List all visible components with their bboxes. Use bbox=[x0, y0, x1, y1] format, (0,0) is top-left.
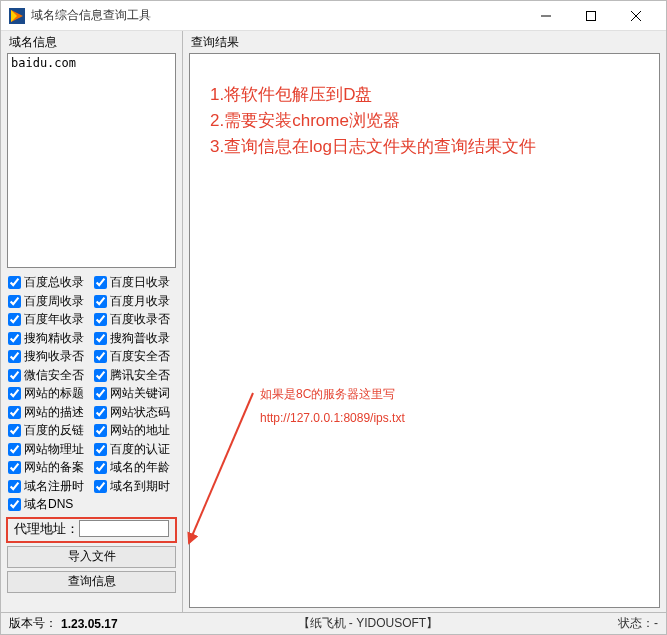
option-checkbox-8[interactable] bbox=[8, 350, 21, 363]
maximize-button[interactable] bbox=[568, 2, 613, 30]
option-label: 网站关键词 bbox=[110, 385, 170, 402]
result-box[interactable]: 1.将软件包解压到D盘 2.需要安装chrome浏览器 3.查询信息在log日志… bbox=[189, 53, 660, 608]
option-checkbox-12[interactable] bbox=[8, 387, 21, 400]
option-checkbox-5[interactable] bbox=[94, 313, 107, 326]
option-checkbox-19[interactable] bbox=[94, 443, 107, 456]
option-checkbox-11[interactable] bbox=[94, 369, 107, 382]
option-label: 网站的描述 bbox=[24, 404, 84, 421]
domain-group-label: 域名信息 bbox=[1, 31, 182, 51]
option-checkbox-23[interactable] bbox=[94, 480, 107, 493]
left-panel: 域名信息 百度总收录百度日收录百度周收录百度月收录百度年收录百度收录否搜狗精收录… bbox=[1, 31, 183, 612]
checkbox-item: 域名注册时 bbox=[6, 478, 92, 497]
titlebar[interactable]: 域名综合信息查询工具 bbox=[1, 1, 666, 31]
option-label: 搜狗精收录 bbox=[24, 330, 84, 347]
proxy-row: 代理地址： bbox=[6, 517, 177, 543]
option-checkbox-22[interactable] bbox=[8, 480, 21, 493]
window-title: 域名综合信息查询工具 bbox=[31, 7, 523, 24]
annotation-proxy-line1: 如果是8C的服务器这里写 bbox=[260, 382, 405, 406]
checkbox-item: 网站物理址 bbox=[6, 441, 92, 460]
option-label: 域名注册时 bbox=[24, 478, 84, 495]
option-label: 域名到期时 bbox=[110, 478, 170, 495]
annotation-proxy-hint: 如果是8C的服务器这里写 http://127.0.0.1:8089/ips.t… bbox=[260, 382, 405, 430]
option-checkbox-7[interactable] bbox=[94, 332, 107, 345]
option-checkbox-16[interactable] bbox=[8, 424, 21, 437]
checkbox-item: 百度总收录 bbox=[6, 274, 92, 293]
import-file-button[interactable]: 导入文件 bbox=[7, 546, 176, 568]
checkbox-item: 搜狗普收录 bbox=[92, 330, 178, 349]
checkbox-item: 腾讯安全否 bbox=[92, 367, 178, 386]
option-label: 网站的备案 bbox=[24, 459, 84, 476]
option-label: 网站状态码 bbox=[110, 404, 170, 421]
button-stack: 导入文件 查询信息 bbox=[1, 546, 182, 599]
option-checkbox-15[interactable] bbox=[94, 406, 107, 419]
svg-line-5 bbox=[189, 393, 253, 543]
checkbox-item: 百度安全否 bbox=[92, 348, 178, 367]
domain-input-wrap bbox=[1, 51, 182, 274]
option-checkbox-18[interactable] bbox=[8, 443, 21, 456]
option-label: 网站物理址 bbox=[24, 441, 84, 458]
app-window: 域名综合信息查询工具 域名信息 百度总收录百度日收录百度周收录百度月收录百度年收… bbox=[0, 0, 667, 635]
option-label: 腾讯安全否 bbox=[110, 367, 170, 384]
option-checkbox-24[interactable] bbox=[8, 498, 21, 511]
option-label: 百度日收录 bbox=[110, 274, 170, 291]
option-label: 百度月收录 bbox=[110, 293, 170, 310]
option-label: 百度的反链 bbox=[24, 422, 84, 439]
option-checkbox-21[interactable] bbox=[94, 461, 107, 474]
window-controls bbox=[523, 2, 658, 30]
option-checkbox-14[interactable] bbox=[8, 406, 21, 419]
state-value: - bbox=[654, 616, 658, 630]
option-checkbox-4[interactable] bbox=[8, 313, 21, 326]
checkbox-item: 网站的描述 bbox=[6, 404, 92, 423]
version-label: 版本号： bbox=[9, 615, 57, 632]
option-checkbox-17[interactable] bbox=[94, 424, 107, 437]
option-label: 百度的认证 bbox=[110, 441, 170, 458]
checkbox-item: 微信安全否 bbox=[6, 367, 92, 386]
checkbox-item: 百度年收录 bbox=[6, 311, 92, 330]
checkbox-item: 网站状态码 bbox=[92, 404, 178, 423]
checkbox-item: 百度的反链 bbox=[6, 422, 92, 441]
statusbar-state: 状态：- bbox=[618, 615, 658, 632]
query-info-button[interactable]: 查询信息 bbox=[7, 571, 176, 593]
option-label: 百度收录否 bbox=[110, 311, 170, 328]
result-group-label: 查询结果 bbox=[183, 31, 666, 51]
close-button[interactable] bbox=[613, 2, 658, 30]
checkbox-item: 网站的备案 bbox=[6, 459, 92, 478]
domain-textarea[interactable] bbox=[7, 53, 176, 268]
option-label: 搜狗普收录 bbox=[110, 330, 170, 347]
option-checkbox-13[interactable] bbox=[94, 387, 107, 400]
option-label: 网站的地址 bbox=[110, 422, 170, 439]
checkbox-item: 域名DNS bbox=[6, 496, 92, 515]
app-icon bbox=[9, 8, 25, 24]
checkbox-item: 百度的认证 bbox=[92, 441, 178, 460]
proxy-input[interactable] bbox=[79, 520, 169, 537]
annotation-instructions: 1.将软件包解压到D盘 2.需要安装chrome浏览器 3.查询信息在log日志… bbox=[210, 82, 536, 160]
checkbox-item: 网站关键词 bbox=[92, 385, 178, 404]
right-panel: 查询结果 1.将软件包解压到D盘 2.需要安装chrome浏览器 3.查询信息在… bbox=[183, 31, 666, 612]
option-label: 域名DNS bbox=[24, 496, 73, 513]
option-label: 百度总收录 bbox=[24, 274, 84, 291]
option-label: 微信安全否 bbox=[24, 367, 84, 384]
minimize-button[interactable] bbox=[523, 2, 568, 30]
state-label: 状态： bbox=[618, 616, 654, 630]
option-checkbox-6[interactable] bbox=[8, 332, 21, 345]
checkbox-item: 百度周收录 bbox=[6, 293, 92, 312]
checkbox-item: 百度收录否 bbox=[92, 311, 178, 330]
option-checkbox-9[interactable] bbox=[94, 350, 107, 363]
option-label: 搜狗收录否 bbox=[24, 348, 84, 365]
checkbox-grid: 百度总收录百度日收录百度周收录百度月收录百度年收录百度收录否搜狗精收录搜狗普收录… bbox=[1, 274, 182, 517]
checkbox-item: 百度月收录 bbox=[92, 293, 178, 312]
option-checkbox-3[interactable] bbox=[94, 295, 107, 308]
option-checkbox-20[interactable] bbox=[8, 461, 21, 474]
option-label: 百度安全否 bbox=[110, 348, 170, 365]
option-checkbox-2[interactable] bbox=[8, 295, 21, 308]
option-checkbox-1[interactable] bbox=[94, 276, 107, 289]
checkbox-item: 百度日收录 bbox=[92, 274, 178, 293]
option-label: 百度周收录 bbox=[24, 293, 84, 310]
option-checkbox-10[interactable] bbox=[8, 369, 21, 382]
svg-rect-2 bbox=[586, 11, 595, 20]
option-label: 百度年收录 bbox=[24, 311, 84, 328]
version-value: 1.23.05.17 bbox=[61, 617, 118, 631]
option-checkbox-0[interactable] bbox=[8, 276, 21, 289]
statusbar-center: 【纸飞机 - YIDOUSOFT】 bbox=[118, 615, 618, 632]
proxy-label: 代理地址： bbox=[14, 520, 79, 538]
